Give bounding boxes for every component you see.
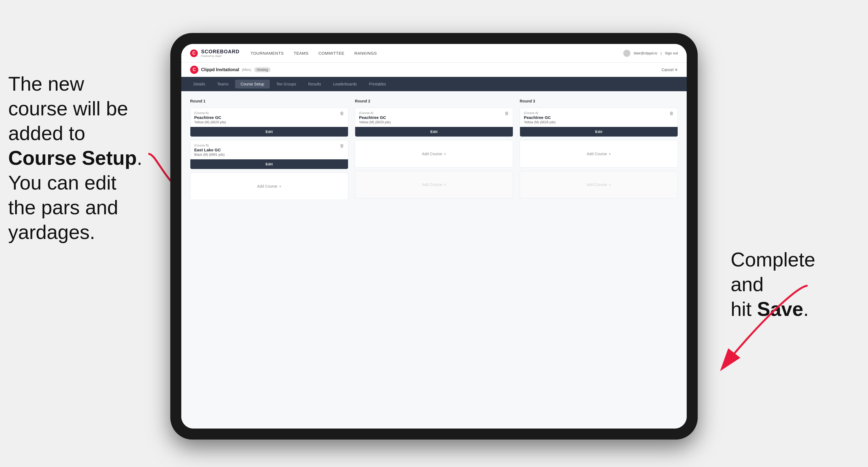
tablet-screen: C SCOREBOARD Powered by clippd TOURNAMEN… [181, 44, 687, 429]
tournament-gender: (Men) [242, 68, 251, 72]
tournament-name: Clippd Invitational [201, 67, 239, 72]
main-content: Round 1 (Course A) Peachtree GC Yellow (… [181, 91, 687, 429]
round-2-add-course-label: Add Course [422, 152, 442, 156]
round-1-course-b-name: East Lake GC [194, 148, 344, 152]
round-1-course-b-details: Black (M) (6891 yds) [194, 153, 344, 157]
nav-tournaments[interactable]: TOURNAMENTS [250, 50, 284, 57]
round-1-title: Round 1 [190, 99, 348, 103]
hosting-badge: Hosting [254, 67, 271, 72]
sign-out-link[interactable]: Sign out [665, 51, 678, 55]
round-1-add-course-label: Add Course [257, 184, 277, 188]
round-1-add-course-button[interactable]: Add Course + [190, 173, 348, 200]
round-3-column: Round 3 (Course A) Peachtree GC Yellow (… [520, 99, 678, 200]
round-3-add-course-inactive-plus: + [609, 182, 611, 187]
round-3-course-a-edit-button[interactable]: Edit [520, 127, 678, 136]
round-3-add-course-plus: + [609, 152, 611, 156]
annotation-right: Complete and hit Save. [731, 247, 851, 321]
round-3-course-a-card: (Course A) Peachtree GC Yellow (M) (6629… [520, 108, 678, 137]
round-3-add-course-disabled: Add Course + [520, 171, 678, 198]
round-1-course-b-delete-icon[interactable]: 🗑 [339, 143, 345, 149]
round-1-course-b-edit-button[interactable]: Edit [190, 159, 348, 169]
annotation-left: The new course will be added to Course S… [8, 71, 167, 245]
round-2-course-a-name: Peachtree GC [359, 115, 509, 120]
round-3-course-a-delete-icon[interactable]: 🗑 [669, 111, 674, 116]
round-3-add-course-label: Add Course [587, 152, 607, 156]
round-1-add-course-plus: + [279, 184, 281, 188]
tab-details[interactable]: Details [188, 80, 211, 89]
round-2-title: Round 2 [355, 99, 513, 103]
logo-sub: Powered by clippd [201, 55, 240, 57]
round-2-course-a-delete-icon[interactable]: 🗑 [504, 111, 509, 116]
nav-rankings[interactable]: RANKINGS [354, 50, 377, 57]
round-2-course-a-edit-button[interactable]: Edit [355, 127, 513, 136]
round-3-course-a-name: Peachtree GC [524, 115, 674, 120]
tab-teams[interactable]: Teams [212, 80, 234, 89]
tournament-logo: C [190, 66, 198, 74]
nav-teams[interactable]: TEAMS [293, 50, 308, 57]
round-3-course-a-details: Yellow (M) (6629 yds) [524, 120, 674, 124]
round-2-course-a-card: (Course A) Peachtree GC Yellow (M) (6629… [355, 108, 513, 137]
tournament-info: C Clippd Invitational (Men) Hosting [190, 66, 271, 74]
cancel-icon: ✕ [675, 68, 678, 72]
round-1-course-a-name: Peachtree GC [194, 115, 344, 120]
tab-leaderboards[interactable]: Leaderboards [328, 80, 362, 89]
pipe-separator: | [661, 51, 661, 55]
round-1-course-a-delete-icon[interactable]: 🗑 [339, 111, 345, 116]
round-2-add-course-button[interactable]: Add Course + [355, 140, 513, 167]
annotation-course-setup: Course Setup [8, 147, 137, 169]
logo-text-area: SCOREBOARD Powered by clippd [201, 49, 240, 57]
tab-nav: Details Teams Course Setup Tee Groups Re… [181, 77, 687, 91]
round-3-course-a-label: (Course A) [524, 111, 674, 115]
round-2-column: Round 2 (Course A) Peachtree GC Yellow (… [355, 99, 513, 200]
tab-tee-groups[interactable]: Tee Groups [271, 80, 302, 89]
round-2-add-course-inactive-plus: + [444, 182, 446, 187]
logo-c-icon: C [190, 50, 198, 57]
logo-text: SCOREBOARD [201, 49, 240, 55]
round-1-course-a-details: Yellow (M) (6629 yds) [194, 120, 344, 124]
round-2-add-course-inactive-label: Add Course [422, 182, 442, 187]
sub-header: C Clippd Invitational (Men) Hosting Canc… [181, 63, 687, 77]
nav-right: blair@clippd.io | Sign out [623, 50, 678, 57]
tab-results[interactable]: Results [303, 80, 327, 89]
tab-course-setup[interactable]: Course Setup [235, 80, 270, 89]
tablet-frame: C SCOREBOARD Powered by clippd TOURNAMEN… [170, 33, 698, 439]
logo-area: C SCOREBOARD Powered by clippd [190, 49, 240, 57]
round-1-course-b-card: (Course B) East Lake GC Black (M) (6891 … [190, 140, 348, 169]
round-3-title: Round 3 [520, 99, 678, 103]
round-2-course-a-label: (Course A) [359, 111, 509, 115]
nav-links: TOURNAMENTS TEAMS COMMITTEE RANKINGS [250, 50, 623, 57]
user-email: blair@clippd.io [634, 51, 657, 55]
user-avatar [623, 50, 630, 57]
round-2-add-course-disabled: Add Course + [355, 171, 513, 198]
round-1-course-a-card: (Course A) Peachtree GC Yellow (M) (6629… [190, 108, 348, 137]
round-1-column: Round 1 (Course A) Peachtree GC Yellow (… [190, 99, 348, 200]
round-2-course-a-details: Yellow (M) (6629 yds) [359, 120, 509, 124]
round-3-add-course-button[interactable]: Add Course + [520, 140, 678, 167]
round-2-add-course-plus: + [444, 152, 446, 156]
nav-committee[interactable]: COMMITTEE [318, 50, 344, 57]
tab-printables[interactable]: Printables [363, 80, 392, 89]
top-nav: C SCOREBOARD Powered by clippd TOURNAMEN… [181, 44, 687, 63]
round-1-course-a-edit-button[interactable]: Edit [190, 127, 348, 136]
round-1-course-b-label: (Course B) [194, 144, 344, 147]
rounds-grid: Round 1 (Course A) Peachtree GC Yellow (… [190, 99, 678, 200]
round-3-add-course-inactive-label: Add Course [587, 182, 607, 187]
cancel-button[interactable]: Cancel ✕ [661, 68, 678, 72]
round-1-course-a-label: (Course A) [194, 111, 344, 115]
